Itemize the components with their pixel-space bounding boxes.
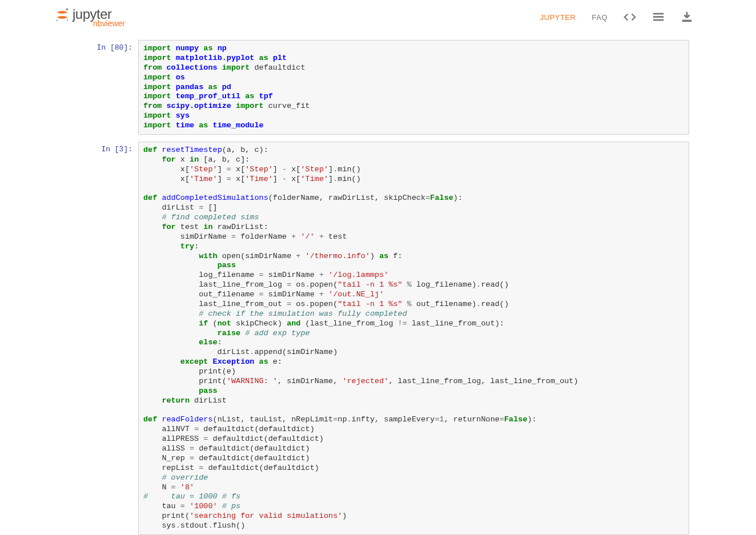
download-icon[interactable] <box>681 11 693 23</box>
code-input-area[interactable]: import numpy as np import matplotlib.pyp… <box>138 40 689 135</box>
jupyter-logo-icon <box>54 7 70 23</box>
logo-subtext: nbviewer <box>93 19 125 28</box>
code-cell: In [3]: def resetTimestep(a, b, c): for … <box>67 142 689 535</box>
nav-jupyter[interactable]: JUPYTER <box>540 13 576 22</box>
logo-area[interactable]: jupyter nbviewer <box>54 6 125 28</box>
code-content: import numpy as np import matplotlib.pyp… <box>143 44 684 131</box>
svg-point-2 <box>67 19 68 21</box>
nav: JUPYTER FAQ <box>540 11 693 23</box>
svg-rect-6 <box>682 20 692 22</box>
code-cell: In [80]: import numpy as np import matpl… <box>67 40 689 135</box>
code-icon[interactable] <box>624 11 636 23</box>
code-content: def resetTimestep(a, b, c): for x in [a,… <box>143 146 684 531</box>
svg-point-1 <box>57 19 58 21</box>
input-prompt: In [3]: <box>67 142 138 535</box>
svg-rect-4 <box>653 16 663 18</box>
svg-rect-3 <box>653 13 663 15</box>
svg-rect-5 <box>653 19 663 21</box>
notebook-container: In [80]: import numpy as np import matpl… <box>55 34 701 535</box>
nav-faq[interactable]: FAQ <box>592 13 608 22</box>
menu-lines-icon[interactable] <box>652 11 665 23</box>
header: jupyter nbviewer JUPYTER FAQ <box>0 0 756 34</box>
input-prompt: In [80]: <box>67 40 138 135</box>
svg-point-0 <box>66 8 69 10</box>
code-input-area[interactable]: def resetTimestep(a, b, c): for x in [a,… <box>138 142 689 535</box>
